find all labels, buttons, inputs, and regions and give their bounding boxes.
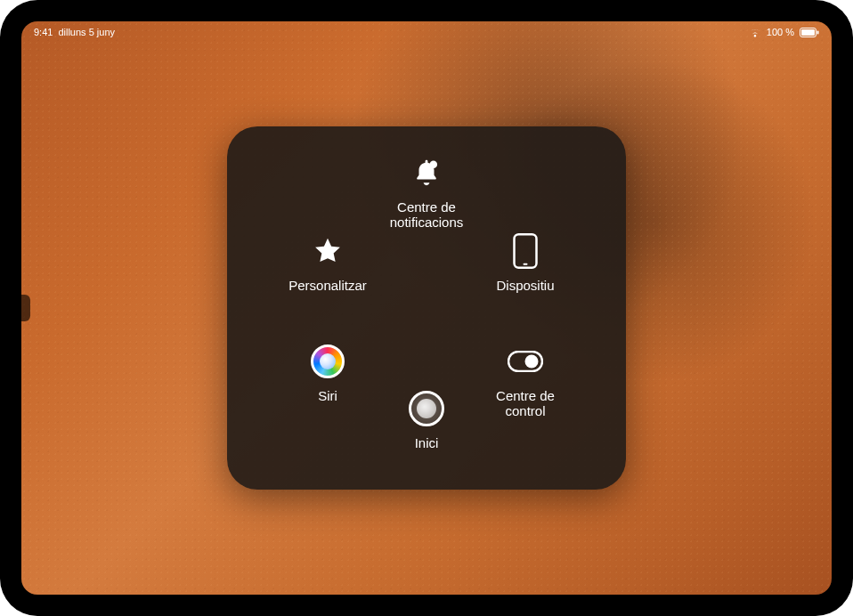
menu-item-notification-center[interactable]: Centre denotificacions bbox=[369, 153, 484, 231]
wifi-icon bbox=[749, 28, 761, 37]
assistivetouch-menu: Centre denotificacions Personalitzar Dis… bbox=[227, 126, 626, 490]
status-bar-left: 9:41 dilluns 5 juny bbox=[34, 27, 115, 37]
svg-rect-1 bbox=[801, 29, 815, 36]
svg-rect-2 bbox=[817, 30, 819, 34]
menu-item-label: Centre decontrol bbox=[496, 388, 555, 419]
status-date: dilluns 5 juny bbox=[58, 27, 115, 37]
screen-wallpaper[interactable]: 9:41 dilluns 5 juny 100 % bbox=[21, 21, 832, 595]
siri-icon bbox=[308, 342, 347, 381]
assistivetouch-nubbin[interactable] bbox=[21, 295, 30, 321]
menu-item-label: Siri bbox=[318, 388, 337, 403]
svg-rect-5 bbox=[524, 263, 528, 265]
menu-item-device[interactable]: Dispositiu bbox=[467, 231, 583, 293]
svg-rect-4 bbox=[515, 234, 537, 268]
menu-item-customize[interactable]: Personalitzar bbox=[270, 231, 386, 293]
menu-item-label: Personalitzar bbox=[288, 278, 367, 293]
ipad-icon bbox=[506, 231, 545, 271]
battery-full-icon bbox=[800, 28, 819, 37]
status-battery-text: 100 % bbox=[767, 27, 794, 37]
menu-item-home[interactable]: Inici bbox=[369, 389, 484, 450]
svg-point-3 bbox=[430, 161, 438, 169]
home-button-icon bbox=[407, 389, 446, 428]
star-icon bbox=[308, 231, 347, 271]
status-bar-right: 100 % bbox=[749, 27, 819, 37]
menu-item-control-center[interactable]: Centre decontrol bbox=[467, 342, 583, 419]
svg-point-7 bbox=[525, 355, 539, 369]
menu-item-label: Centre denotificacions bbox=[390, 199, 464, 231]
ipad-frame: 9:41 dilluns 5 juny 100 % bbox=[0, 0, 853, 616]
status-bar: 9:41 dilluns 5 juny 100 % bbox=[21, 21, 832, 43]
menu-item-label: Dispositiu bbox=[496, 278, 554, 293]
bell-badge-icon bbox=[407, 153, 446, 192]
status-time: 9:41 bbox=[34, 27, 53, 37]
menu-item-label: Inici bbox=[415, 435, 439, 450]
toggle-icon bbox=[506, 342, 545, 381]
